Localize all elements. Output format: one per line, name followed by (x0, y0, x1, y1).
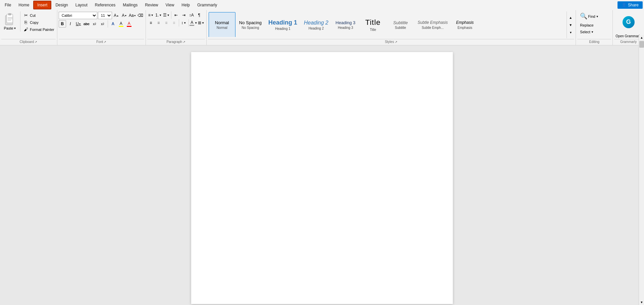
style-subtle-emphasis[interactable]: Subtle Emphasis Subtle Emph... (415, 12, 451, 37)
style-heading3[interactable]: Heading 3 Heading 3 (332, 12, 359, 37)
styles-group: Normal Normal No Spacing No Spacing Head… (207, 10, 576, 45)
scroll-up-arrow[interactable]: ▲ (639, 35, 644, 40)
style-subtle-preview: Subtle Emphasis (418, 20, 448, 25)
styles-gallery: Normal Normal No Spacing No Spacing Head… (208, 11, 566, 37)
align-left-button[interactable]: ≡ (147, 19, 155, 27)
show-formatting-button[interactable]: ¶ (196, 11, 203, 19)
style-no-spacing-preview: No Spacing (239, 20, 262, 26)
style-heading1-label: Heading 1 (275, 27, 290, 31)
cut-button[interactable]: ✂ Cut (22, 12, 56, 18)
paragraph-launcher-icon[interactable]: ↗ (183, 40, 185, 44)
scrollbar-track (639, 48, 644, 300)
menu-help[interactable]: Help (178, 1, 193, 9)
svg-rect-4 (8, 18, 12, 19)
document-page[interactable] (191, 52, 453, 304)
style-subtle-label: Subtle Emph... (422, 26, 444, 30)
find-dropdown-icon: ▼ (596, 15, 599, 18)
select-button[interactable]: Select ▼ (577, 29, 596, 35)
style-emphasis[interactable]: Emphasis Emphasis (451, 12, 478, 37)
para-row-2: ≡ ≡ ≡ ≡ ↕▼ A ▼ ⊞▼ (147, 19, 205, 27)
style-heading2-label: Heading 2 (309, 27, 324, 30)
style-no-spacing-label: No Spacing (242, 26, 259, 30)
format-painter-icon: 🖌 (23, 27, 29, 32)
paste-icon (3, 13, 17, 26)
style-title[interactable]: Title Title (360, 12, 386, 37)
menu-file[interactable]: File (1, 1, 14, 9)
svg-rect-3 (8, 17, 12, 18)
style-subtitle[interactable]: Subtitle Subtitle (387, 12, 414, 37)
menu-layout[interactable]: Layout (72, 1, 91, 9)
font-row-2: B I U▼ abc x2 x2 A A (59, 20, 133, 28)
font-color-button[interactable]: A (125, 20, 133, 28)
highlight-color-button[interactable]: A (117, 20, 125, 28)
menu-insert[interactable]: Insert (33, 1, 51, 9)
replace-button[interactable]: Replace (577, 22, 596, 28)
font-family-select[interactable]: Calibri Arial Times New Roman (59, 12, 97, 19)
font-size-select[interactable]: 8 9 10 11 12 14 16 (98, 12, 112, 19)
superscript-button[interactable]: x2 (99, 20, 106, 28)
copy-button[interactable]: ⎘ Copy (22, 19, 56, 26)
decrease-font-size-button[interactable]: A▼ (121, 12, 128, 19)
scroll-thumb[interactable] (639, 41, 644, 48)
styles-scroll: ▲ ▼ ▾ (567, 11, 574, 38)
scroll-down-arrow[interactable]: ▼ (639, 300, 644, 305)
para-row-1: ≡▼ 1.▼ ☰▼ ⇤ ⇥ ↕A ¶ (147, 11, 203, 19)
clear-formatting-button[interactable]: ⌫ (137, 12, 144, 19)
strikethrough-button[interactable]: abc (83, 20, 90, 28)
styles-scroll-up[interactable]: ▲ (568, 14, 574, 21)
styles-launcher-icon[interactable]: ↗ (395, 40, 397, 44)
sort-button[interactable]: ↕A (188, 11, 195, 19)
style-normal[interactable]: Normal Normal (209, 12, 235, 37)
increase-font-size-button[interactable]: A▲ (113, 12, 120, 19)
style-heading2[interactable]: Heading 2 Heading 2 (301, 12, 331, 37)
menu-home[interactable]: Home (15, 1, 33, 9)
menu-design[interactable]: Design (52, 1, 71, 9)
share-button[interactable]: 👤 Share (618, 1, 643, 9)
format-painter-button[interactable]: 🖌 Format Painter (22, 26, 56, 33)
bullets-button[interactable]: ≡▼ (147, 11, 155, 19)
paste-button[interactable]: Paste ▼ (1, 11, 19, 32)
menu-bar: File Home Insert Design Layout Reference… (0, 0, 644, 10)
cut-icon: ✂ (23, 13, 29, 18)
style-heading3-label: Heading 3 (338, 26, 353, 30)
justify-button[interactable]: ≡ (170, 19, 178, 27)
menu-references[interactable]: References (92, 1, 119, 9)
change-case-button[interactable]: Aa▼ (129, 12, 136, 19)
select-label: Select (580, 30, 590, 34)
align-center-button[interactable]: ≡ (155, 19, 162, 27)
find-button[interactable]: 🔍 Find ▼ (577, 11, 601, 21)
multilevel-list-button[interactable]: ☰▼ (163, 11, 170, 19)
styles-label: Styles (385, 40, 394, 44)
menu-mailings[interactable]: Mailings (119, 1, 141, 9)
paste-label: Paste (4, 26, 13, 30)
increase-indent-button[interactable]: ⇥ (180, 11, 187, 19)
styles-scroll-down[interactable]: ▼ (568, 21, 574, 29)
menu-grammarly[interactable]: Grammarly (194, 1, 220, 9)
select-button-inner: Select ▼ (580, 30, 594, 34)
style-heading1[interactable]: Heading 1 Heading 1 (265, 12, 300, 37)
ribbon-tabs-row: Paste ▼ ✂ Cut ⎘ Copy 🖌 (0, 10, 644, 45)
bold-button[interactable]: B (59, 20, 66, 28)
styles-expand[interactable]: ▾ (568, 29, 574, 36)
underline-button[interactable]: U▼ (75, 20, 82, 28)
shading-button[interactable]: A ▼ (190, 19, 197, 27)
menu-review[interactable]: Review (142, 1, 161, 9)
italic-button[interactable]: I (67, 20, 74, 28)
style-emphasis-label: Emphasis (458, 26, 472, 30)
font-launcher-icon[interactable]: ↗ (104, 40, 106, 44)
subscript-button[interactable]: x2 (91, 20, 98, 28)
style-subtitle-preview: Subtitle (393, 20, 408, 26)
line-spacing-button[interactable]: ↕▼ (180, 19, 187, 27)
decrease-indent-button[interactable]: ⇤ (172, 11, 180, 19)
paste-dropdown-icon: ▼ (14, 27, 16, 30)
borders-button[interactable]: ⊞▼ (198, 19, 205, 27)
grammarly-icon[interactable]: G (623, 16, 635, 28)
text-effects-button[interactable]: A (109, 20, 117, 28)
para-sep2 (179, 19, 179, 27)
numbering-button[interactable]: 1.▼ (155, 11, 162, 19)
align-right-button[interactable]: ≡ (163, 19, 170, 27)
clipboard-launcher-icon[interactable]: ↗ (35, 40, 37, 44)
menu-view[interactable]: View (162, 1, 178, 9)
style-heading2-preview: Heading 2 (304, 19, 328, 26)
style-no-spacing[interactable]: No Spacing No Spacing (236, 12, 265, 37)
